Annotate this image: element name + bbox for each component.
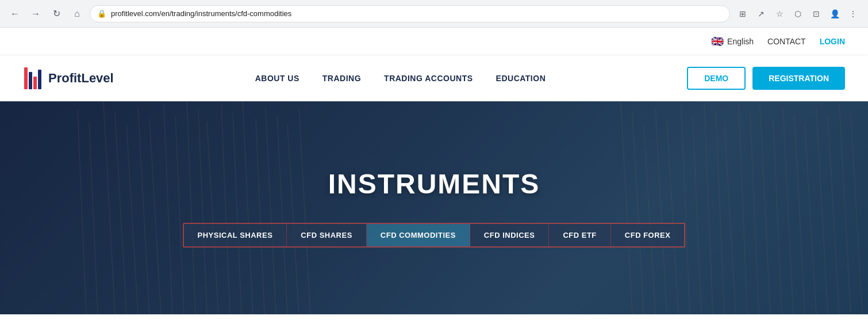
logo[interactable]: ProfitLevel xyxy=(23,65,114,92)
nav-about-us[interactable]: ABOUT US xyxy=(255,74,299,83)
browser-menu-button[interactable]: ⊡ xyxy=(808,6,824,22)
logo-icon xyxy=(23,65,44,92)
tab-cfd-forex[interactable]: CFD FOREX xyxy=(611,224,685,246)
nav-trading[interactable]: TRADING xyxy=(322,74,361,83)
hero-content: INSTRUMENTS xyxy=(328,168,540,200)
tab-cfd-commodities[interactable]: CFD COMMODITIES xyxy=(367,224,470,246)
reload-button[interactable]: ↻ xyxy=(48,6,64,22)
registration-button[interactable]: REGISTRATION xyxy=(752,67,845,90)
svg-rect-3 xyxy=(38,70,41,89)
lock-icon: 🔒 xyxy=(97,9,106,18)
tab-physical-shares[interactable]: PHYSICAL SHARES xyxy=(184,224,287,246)
svg-rect-1 xyxy=(29,72,32,89)
top-bar: 🇬🇧 English CONTACT LOGIN xyxy=(0,28,868,55)
nav-education[interactable]: EDUCATION xyxy=(496,74,546,83)
flag-icon: 🇬🇧 xyxy=(711,35,724,48)
more-button[interactable]: ⋮ xyxy=(845,6,861,22)
hero-overlay xyxy=(0,101,868,314)
demo-button[interactable]: DEMO xyxy=(687,67,746,90)
tab-cfd-etf[interactable]: CFD ETF xyxy=(549,224,610,246)
home-button[interactable]: ⌂ xyxy=(69,6,85,22)
hero-title: INSTRUMENTS xyxy=(328,168,540,200)
back-button[interactable]: ← xyxy=(7,6,23,22)
tab-cfd-indices[interactable]: CFD INDICES xyxy=(470,224,550,246)
nav-trading-accounts[interactable]: TRADING ACCOUNTS xyxy=(384,74,473,83)
nav-actions: DEMO REGISTRATION xyxy=(687,67,845,90)
share-button[interactable]: ↗ xyxy=(753,6,769,22)
url-text: profitlevel.com/en/trading/instruments/c… xyxy=(111,9,291,18)
tab-cfd-shares[interactable]: CFD SHARES xyxy=(287,224,367,246)
hero-section: INSTRUMENTS PHYSICAL SHARES CFD SHARES C… xyxy=(0,101,868,314)
svg-rect-2 xyxy=(33,77,37,89)
language-label: English xyxy=(727,37,754,46)
extensions-button[interactable]: ⬡ xyxy=(790,6,806,22)
browser-chrome: ← → ↻ ⌂ 🔒 profitlevel.com/en/trading/ins… xyxy=(0,0,868,28)
language-selector[interactable]: 🇬🇧 English xyxy=(711,35,754,48)
svg-rect-0 xyxy=(24,67,28,89)
browser-actions: ⊞ ↗ ☆ ⬡ ⊡ 👤 ⋮ xyxy=(735,6,861,22)
instruments-tabs: PHYSICAL SHARES CFD SHARES CFD COMMODITI… xyxy=(183,223,686,248)
contact-link[interactable]: CONTACT xyxy=(767,37,806,46)
forward-button[interactable]: → xyxy=(28,6,44,22)
profile-button[interactable]: 👤 xyxy=(827,6,843,22)
logo-text: ProfitLevel xyxy=(48,71,114,86)
login-link[interactable]: LOGIN xyxy=(820,37,845,46)
bookmark-button[interactable]: ☆ xyxy=(771,6,788,22)
translate-button[interactable]: ⊞ xyxy=(735,6,751,22)
main-nav: ProfitLevel ABOUT US TRADING TRADING ACC… xyxy=(0,55,868,101)
address-bar[interactable]: 🔒 profitlevel.com/en/trading/instruments… xyxy=(90,5,730,22)
nav-links: ABOUT US TRADING TRADING ACCOUNTS EDUCAT… xyxy=(255,74,546,83)
